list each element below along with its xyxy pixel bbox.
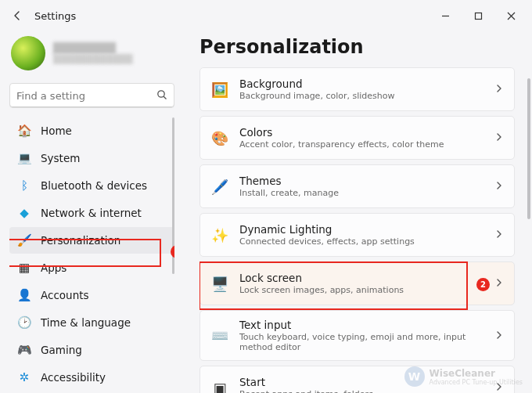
chevron-right-icon [495,277,503,290]
sidebar-item-network-internet[interactable]: ◆Network & internet [9,200,174,226]
profile-section[interactable]: ████████ ████████████ [9,31,174,80]
nav-label: Gaming [41,344,82,356]
card-title: Colors [239,126,484,139]
nav-icon: 👤 [17,288,31,302]
card-subtitle: Touch keyboard, voice typing, emoji and … [239,332,484,352]
nav-label: Accessibility [41,371,106,384]
nav-icon: ᛒ [17,178,31,193]
scrollbar-thumb[interactable] [527,78,530,219]
settings-item-lock-screen[interactable]: 🖥️Lock screenLock screen images, apps, a… [200,261,515,305]
sidebar-item-apps[interactable]: ▦Apps [9,254,174,281]
nav-label: Network & internet [41,207,142,219]
chevron-right-icon [495,229,503,241]
card-subtitle: Accent color, transparency effects, colo… [239,139,484,150]
svg-rect-1 [475,13,481,19]
sidebar-item-gaming[interactable]: 🎮Gaming [9,337,174,363]
back-button[interactable] [5,2,31,29]
settings-item-background[interactable]: 🖼️BackgroundBackground image, color, sli… [200,67,515,111]
nav-icon: ✲ [17,370,31,384]
sidebar: ████████ ████████████ 1 🏠Home💻SystemᛒBlu… [0,31,184,393]
nav-icon: ▦ [17,261,31,275]
card-icon: 🖥️ [211,276,228,292]
card-subtitle: Lock screen images, apps, animations [239,285,484,295]
card-subtitle: Install, create, manage [239,188,484,198]
nav-list: 1 🏠Home💻SystemᛒBluetooth & devices◆Netwo… [9,117,174,385]
chevron-right-icon [495,180,503,193]
settings-item-text-input[interactable]: ⌨️Text inputTouch keyboard, voice typing… [200,310,515,361]
nav-label: Home [41,124,72,137]
sidebar-item-time-language[interactable]: 🕑Time & language [9,309,174,336]
card-title: Background [239,78,484,90]
sidebar-item-accounts[interactable]: 👤Accounts [9,282,174,308]
nav-icon: 🎮 [17,343,31,357]
sidebar-item-system[interactable]: 💻System [9,145,174,171]
settings-item-colors[interactable]: 🎨ColorsAccent color, transparency effect… [200,116,515,160]
nav-icon: 🕑 [17,315,31,330]
nav-label: Accounts [41,289,89,301]
chevron-right-icon [495,132,503,144]
chevron-right-icon [495,83,503,96]
card-icon: ✨ [211,227,228,243]
svg-line-3 [164,96,166,99]
search-icon [156,89,167,103]
profile-name: ████████ [53,42,133,54]
close-icon [507,12,516,20]
card-icon: 🖊️ [211,178,228,195]
watermark-title: WiseCleaner [430,368,523,379]
nav-icon: 🖌️ [17,233,31,247]
chevron-right-icon [495,330,503,342]
watermark-logo: W [404,366,425,387]
nav-icon: 🏠 [17,124,31,138]
nav-label: Apps [41,261,66,274]
annotation-badge-2: 2 [476,278,490,291]
sidebar-item-personalization[interactable]: 🖌️Personalization [9,227,174,254]
minimize-button[interactable] [429,4,462,27]
nav-icon: 💻 [17,151,31,165]
card-subtitle: Recent apps and items, folders [239,389,484,393]
arrow-left-icon [12,9,24,22]
search-input[interactable] [16,90,156,102]
main-panel: Personalization 2 🖼️BackgroundBackground… [184,31,532,393]
card-title: Lock screen [239,272,484,284]
search-field[interactable] [9,83,174,108]
card-icon: ▣ [211,380,228,394]
card-title: Text input [239,319,484,331]
avatar [11,36,45,70]
nav-label: Time & language [41,316,131,329]
watermark-subtitle: Advanced PC Tune-up Utilities [430,379,523,386]
sidebar-item-bluetooth-devices[interactable]: ᛒBluetooth & devices [9,172,174,199]
maximize-button[interactable] [462,4,494,27]
profile-email: ████████████ [53,54,133,64]
card-subtitle: Background image, color, slideshow [239,91,484,101]
close-button[interactable] [494,4,527,27]
sidebar-item-accessibility[interactable]: ✲Accessibility [9,364,174,385]
card-icon: 🖼️ [211,81,228,98]
settings-item-dynamic-lighting[interactable]: ✨Dynamic LightingConnected devices, effe… [200,213,515,257]
card-subtitle: Connected devices, effects, app settings [239,236,484,247]
nav-label: Bluetooth & devices [41,179,147,192]
titlebar: Settings [0,0,532,31]
maximize-icon [474,12,483,20]
settings-item-themes[interactable]: 🖊️ThemesInstall, create, manage [200,164,515,208]
settings-list: 2 🖼️BackgroundBackground image, color, s… [200,67,521,393]
nav-icon: ◆ [17,206,31,220]
card-title: Themes [239,175,484,187]
card-icon: ⌨️ [211,327,228,344]
minimize-icon [441,12,450,20]
nav-label: Personalization [41,234,120,247]
page-title: Personalization [200,36,521,58]
card-icon: 🎨 [211,130,228,146]
watermark: W WiseCleaner Advanced PC Tune-up Utilit… [404,366,523,387]
nav-label: System [41,152,80,164]
sidebar-item-home[interactable]: 🏠Home [9,117,174,144]
window-title: Settings [34,10,76,22]
svg-point-2 [158,90,164,96]
card-title: Dynamic Lighting [239,223,484,236]
